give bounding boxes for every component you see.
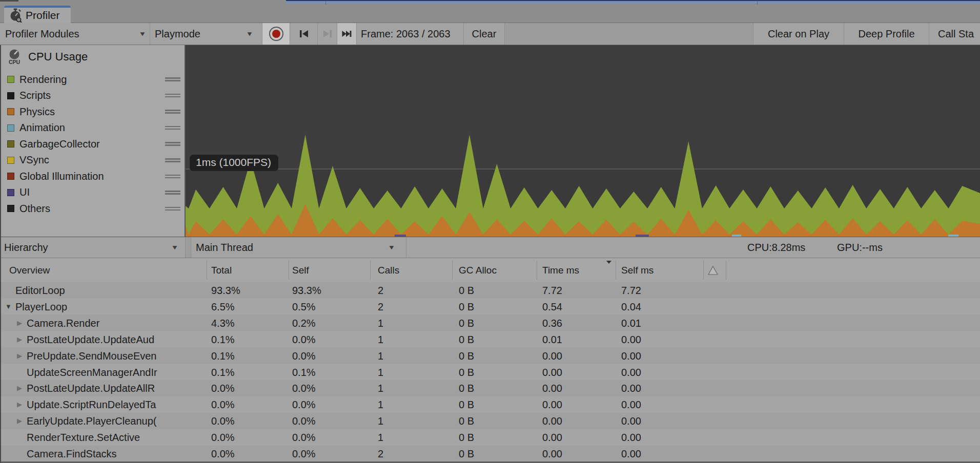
table-row-editorloop[interactable]: EditorLoop93.3%93.3%20 B7.727.72	[0, 282, 980, 299]
color-swatch	[7, 157, 14, 164]
cell-gc: 0 B	[459, 315, 474, 331]
skip-back-icon	[298, 29, 310, 38]
legend-item-global-illumination[interactable]: Global Illumination	[0, 169, 185, 184]
deep-profile-label: Deep Profile	[858, 28, 914, 40]
cpu-module-header[interactable]: CPU CPU Usage	[7, 49, 88, 65]
table-row-preupdate-sendmouseeven[interactable]: ▶PreUpdate.SendMouseEven0.1%0.0%10 B0.00…	[0, 348, 980, 364]
column-divider[interactable]	[289, 261, 289, 280]
drag-handle-icon[interactable]	[165, 190, 180, 196]
clear-on-play-toggle[interactable]: Clear on Play	[753, 23, 844, 45]
table-row-updatescreenmanagerandir[interactable]: UpdateScreenManagerAndIr0.1%0.1%10 B0.00…	[0, 364, 980, 381]
cell-time: 0.01	[542, 331, 562, 348]
table-row-earlyupdate-playercleanup[interactable]: ▶EarlyUpdate.PlayerCleanup(0.0%0.0%10 B0…	[0, 413, 980, 429]
table-row-postlateupdate-updateaud[interactable]: ▶PostLateUpdate.UpdateAud0.1%0.0%10 B0.0…	[0, 331, 980, 348]
legend-item-ui[interactable]: UI	[0, 185, 185, 200]
deep-profile-toggle[interactable]: Deep Profile	[844, 23, 929, 45]
drag-handle-icon[interactable]	[165, 141, 180, 148]
legend-item-others[interactable]: Others	[0, 201, 185, 216]
drag-handle-icon[interactable]	[165, 205, 180, 212]
cpu-chart-canvas	[186, 45, 980, 237]
column-header-overview[interactable]: Overview	[9, 258, 50, 282]
table-row-camera-render[interactable]: ▶Camera.Render4.3%0.2%10 B0.360.01	[0, 315, 980, 331]
profiler-modules-dropdown[interactable]: Profiler Modules ▼	[0, 23, 150, 45]
drag-handle-icon[interactable]	[165, 76, 180, 83]
cell-total: 0.1%	[211, 364, 235, 381]
legend-item-garbagecollector[interactable]: GarbageCollector	[0, 136, 185, 152]
column-header-gc-alloc[interactable]: GC Alloc	[459, 258, 497, 282]
color-swatch	[7, 140, 14, 148]
legend-item-animation[interactable]: Animation	[0, 120, 185, 136]
column-header-self-ms[interactable]: Self ms	[621, 258, 654, 282]
cpu-module-panel: CPU CPU Usage RenderingScriptsPhysicsAni…	[0, 45, 186, 237]
thread-dropdown[interactable]: Main Thread ▼	[191, 237, 406, 258]
foldout-closed-icon[interactable]: ▶	[17, 413, 22, 429]
call-stacks-toggle[interactable]: Call Sta	[929, 23, 980, 45]
cell-gc: 0 B	[459, 446, 474, 462]
cell-time: 0.00	[542, 446, 562, 462]
column-divider[interactable]	[370, 261, 371, 280]
toolbar: Profiler Modules ▼ Playmode ▼ Frame: 206	[0, 23, 980, 45]
next-frame-button[interactable]	[318, 23, 337, 45]
hierarchy-toolbar-divider	[186, 237, 191, 258]
cell-self_ms: 0.00	[621, 364, 641, 381]
clear-button[interactable]: Clear	[464, 23, 505, 45]
column-divider[interactable]	[207, 261, 207, 280]
record-button[interactable]	[262, 23, 290, 45]
column-header-total[interactable]: Total	[211, 258, 232, 282]
foldout-open-icon[interactable]: ▼	[5, 299, 12, 315]
warning-column-icon[interactable]	[707, 265, 719, 276]
cell-time: 0.36	[542, 315, 562, 331]
legend-label: Others	[19, 203, 50, 215]
table-row-update-scriptrundelayedta[interactable]: ▶Update.ScriptRunDelayedTa0.0%0.0%10 B0.…	[0, 396, 980, 413]
cell-gc: 0 B	[459, 396, 474, 413]
playmode-target-dropdown[interactable]: Playmode ▼	[150, 23, 262, 45]
legend-item-physics[interactable]: Physics	[0, 104, 185, 119]
column-divider[interactable]	[703, 261, 704, 280]
table-row-camera-findstacks[interactable]: Camera.FindStacks0.0%0.0%20 B0.000.00	[0, 446, 980, 462]
foldout-closed-icon[interactable]: ▶	[17, 315, 22, 331]
cpu-usage-chart[interactable]: 1ms (1000FPS)	[186, 45, 980, 237]
gpu-time-readout: GPU:--ms	[837, 237, 883, 258]
column-header-time-ms[interactable]: Time ms	[542, 258, 579, 282]
color-swatch	[7, 76, 14, 83]
view-mode-dropdown[interactable]: Hierarchy ▼	[0, 237, 186, 258]
cell-self: 0.5%	[292, 299, 316, 315]
foldout-closed-icon[interactable]: ▶	[17, 380, 22, 396]
legend-item-scripts[interactable]: Scripts	[0, 88, 185, 103]
skip-forward-icon	[322, 29, 333, 38]
cell-calls: 1	[378, 348, 383, 364]
playmode-label: Playmode	[155, 28, 200, 40]
current-frame-button[interactable]	[337, 23, 357, 45]
table-row-postlateupdate-updateallr[interactable]: ▶PostLateUpdate.UpdateAllR0.0%0.0%10 B0.…	[0, 380, 980, 396]
legend-item-rendering[interactable]: Rendering	[0, 72, 185, 87]
foldout-closed-icon[interactable]: ▶	[17, 396, 22, 413]
table-row-playerloop[interactable]: ▼PlayerLoop6.5%0.5%20 B0.540.04	[0, 299, 980, 315]
column-divider[interactable]	[537, 261, 537, 280]
foldout-closed-icon[interactable]: ▶	[17, 331, 22, 348]
column-divider[interactable]	[452, 261, 453, 280]
column-divider[interactable]	[726, 261, 726, 280]
cell-self: 0.0%	[292, 429, 316, 446]
row-name: Camera.FindStacks	[27, 446, 207, 462]
column-divider[interactable]	[616, 261, 616, 280]
cell-calls: 1	[378, 331, 383, 348]
cell-total: 0.1%	[211, 348, 235, 364]
cell-calls: 1	[378, 413, 383, 429]
drag-handle-icon[interactable]	[165, 173, 180, 180]
view-mode-label: Hierarchy	[4, 242, 48, 254]
table-row-rendertexture-setactive[interactable]: RenderTexture.SetActive0.0%0.0%10 B0.000…	[0, 429, 980, 446]
drag-handle-icon[interactable]	[165, 109, 180, 115]
drag-handle-icon[interactable]	[165, 124, 180, 131]
window-top-edge	[286, 0, 980, 4]
legend-item-vsync[interactable]: VSync	[0, 153, 185, 168]
drag-handle-icon[interactable]	[165, 92, 180, 99]
column-header-calls[interactable]: Calls	[378, 258, 399, 282]
tab-bar: Profiler	[0, 0, 980, 23]
row-name: Update.ScriptRunDelayedTa	[27, 396, 207, 413]
foldout-closed-icon[interactable]: ▶	[17, 348, 22, 364]
previous-frame-button[interactable]	[290, 23, 318, 45]
sort-indicator-icon	[606, 261, 611, 264]
tab-profiler[interactable]: Profiler	[4, 6, 71, 23]
column-header-self[interactable]: Self	[292, 258, 309, 282]
drag-handle-icon[interactable]	[165, 157, 180, 164]
